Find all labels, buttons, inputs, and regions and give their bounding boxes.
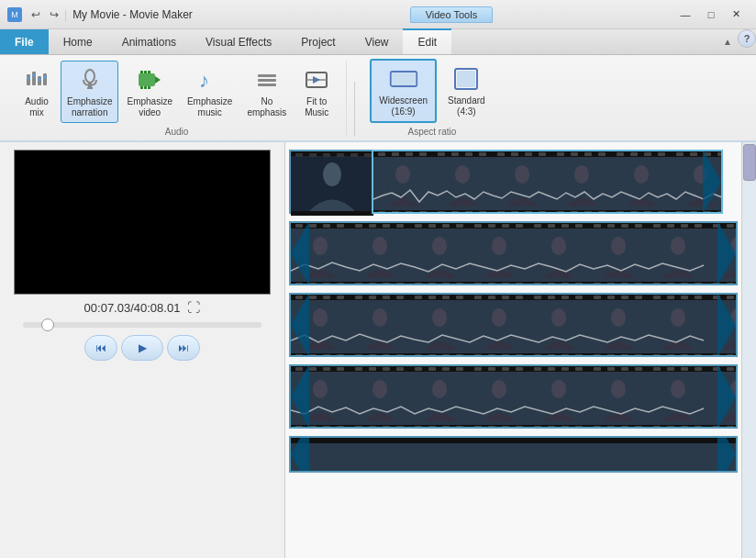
tab-visual-effects[interactable]: Visual Effects — [191, 29, 286, 54]
track-3-left-arrow — [291, 293, 309, 357]
emphasize-video-btn[interactable]: Emphasizevideo — [120, 61, 178, 123]
tab-home[interactable]: Home — [49, 29, 107, 54]
svg-point-5 — [32, 73, 36, 77]
standard-label: Standard(4:3) — [448, 95, 485, 117]
audio-group-label: Audio — [165, 127, 189, 137]
title-bar-left: M ↩ ↪ | My Movie - Movie Maker — [7, 6, 193, 23]
audio-buttons: Audiomix Emphasizenarration — [15, 61, 339, 123]
seek-thumb[interactable] — [41, 318, 54, 331]
svg-point-8 — [85, 70, 94, 83]
track-row-1 — [289, 150, 738, 214]
playback-controls: ⏮ ▶ ⏭ — [84, 335, 200, 361]
maximize-btn[interactable]: □ — [699, 6, 723, 24]
preview-screen — [14, 150, 271, 295]
tab-view[interactable]: View — [350, 29, 404, 54]
skip-forward-btn[interactable]: ⏭ — [167, 335, 200, 361]
svg-marker-12 — [155, 76, 161, 84]
preview-panel: 00:07.03/40:08.01 ⛶ ⏮ ▶ ⏭ — [0, 142, 284, 558]
svg-rect-32 — [291, 211, 373, 216]
track-2[interactable] — [289, 221, 738, 285]
app-icon: M — [7, 7, 22, 22]
redo-btn[interactable]: ↪ — [46, 6, 62, 23]
track-4[interactable] — [289, 364, 738, 429]
timeline-area — [284, 142, 756, 558]
seek-bar[interactable] — [23, 322, 261, 328]
track-3[interactable] — [289, 293, 738, 357]
tab-edit[interactable]: Edit — [403, 28, 451, 54]
track-thumbnail-1[interactable] — [289, 150, 372, 214]
emphasize-narration-btn[interactable]: Emphasizenarration — [61, 61, 118, 123]
expand-ribbon-btn[interactable]: ▲ — [717, 33, 738, 50]
help-btn[interactable]: ? — [738, 29, 756, 48]
audio-mix-btn[interactable]: Audiomix — [15, 61, 59, 123]
svg-marker-25 — [313, 76, 320, 84]
undo-btn[interactable]: ↩ — [28, 6, 44, 23]
widescreen-btn[interactable]: Widescreen(16:9) — [370, 59, 437, 123]
svg-rect-36 — [337, 153, 344, 157]
emphasize-video-label: Emphasizevideo — [127, 96, 172, 118]
track-5-right-arrow — [717, 436, 736, 473]
svg-rect-91 — [291, 366, 736, 429]
play-btn[interactable]: ▶ — [121, 335, 163, 361]
no-emphasis-label: Noemphasis — [247, 96, 286, 118]
svg-point-4 — [27, 76, 30, 80]
aspect-ratio-group-label: Aspect ratio — [408, 127, 457, 137]
emphasize-narration-icon — [75, 65, 105, 95]
ribbon: File Home Animations Visual Effects Proj… — [0, 29, 756, 142]
aspect-ratio-buttons: Widescreen(16:9) Standard(4:3) — [370, 59, 494, 123]
no-emphasis-btn[interactable]: Noemphasis — [240, 61, 293, 123]
track-3-right-arrow — [717, 293, 736, 357]
emphasize-music-btn[interactable]: ♪ Emphasizemusic — [181, 61, 239, 123]
svg-rect-78 — [291, 295, 736, 357]
tab-project[interactable]: Project — [286, 29, 350, 54]
track-5[interactable] — [289, 436, 738, 473]
emphasize-music-label: Emphasizemusic — [187, 96, 232, 118]
app-title: My Movie - Movie Maker — [72, 8, 193, 21]
svg-rect-11 — [139, 73, 155, 86]
track-1[interactable] — [372, 150, 723, 214]
track-4-right-arrow — [717, 364, 736, 429]
main-area: 00:07.03/40:08.01 ⛶ ⏮ ▶ ⏭ — [0, 142, 756, 558]
scroll-thumb[interactable] — [743, 144, 756, 181]
context-tab-badge: Video Tools — [410, 6, 493, 23]
svg-rect-10 — [87, 87, 93, 89]
svg-rect-21 — [258, 79, 276, 82]
emphasize-video-icon — [135, 65, 164, 95]
close-btn[interactable]: ✕ — [725, 6, 749, 24]
track-4-left-arrow — [291, 364, 309, 429]
fit-to-music-icon — [302, 65, 331, 95]
time-display-row: 00:07.03/40:08.01 ⛶ — [84, 300, 201, 315]
no-emphasis-icon — [252, 65, 282, 95]
svg-rect-33 — [295, 153, 303, 157]
standard-btn[interactable]: Standard(4:3) — [439, 59, 495, 123]
svg-rect-52 — [373, 151, 721, 214]
timeline-scrollbar[interactable] — [741, 142, 756, 558]
track-1-right-arrow — [703, 150, 721, 214]
ribbon-content: Audiomix Emphasizenarration — [0, 55, 756, 140]
svg-rect-93 — [291, 438, 736, 443]
fit-to-music-btn[interactable]: Fit toMusic — [295, 61, 339, 123]
svg-rect-18 — [148, 86, 150, 89]
skip-back-btn[interactable]: ⏮ — [84, 335, 117, 361]
audio-mix-icon — [22, 65, 51, 95]
svg-rect-29 — [457, 71, 475, 87]
track-2-left-arrow — [291, 221, 309, 285]
tab-animations[interactable]: Animations — [107, 29, 191, 54]
fullscreen-btn[interactable]: ⛶ — [187, 300, 200, 315]
svg-text:♪: ♪ — [199, 69, 209, 92]
fit-to-music-label: Fit toMusic — [305, 96, 328, 118]
undo-redo-group: ↩ ↪ | — [28, 6, 67, 23]
tab-file[interactable]: File — [0, 29, 49, 54]
svg-rect-20 — [258, 74, 276, 77]
svg-rect-13 — [140, 71, 143, 73]
svg-rect-3 — [43, 73, 47, 85]
group-separator — [354, 82, 355, 137]
emphasize-music-icon: ♪ — [195, 65, 225, 95]
window-controls: — □ ✕ — [673, 6, 749, 24]
svg-rect-65 — [291, 223, 736, 285]
svg-point-7 — [43, 75, 47, 79]
svg-rect-37 — [350, 153, 358, 157]
title-bar: M ↩ ↪ | My Movie - Movie Maker Video Too… — [0, 0, 756, 29]
minimize-btn[interactable]: — — [673, 6, 697, 24]
standard-icon — [451, 64, 481, 94]
